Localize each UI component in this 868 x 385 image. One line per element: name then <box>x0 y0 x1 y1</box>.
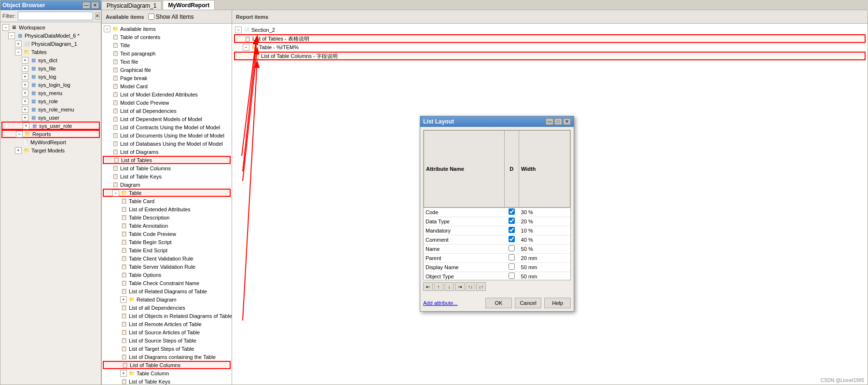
avail-table-check-constraint[interactable]: 📋 Table Check Constraint Name <box>103 279 231 287</box>
avail-table-begin-script[interactable]: 📋 Table Begin Script <box>103 238 231 246</box>
dialog-table-scroll[interactable]: Code 30 % Data Type 20 % Mandatory 10 % … <box>424 207 570 280</box>
rpt-table-expander[interactable]: − <box>243 44 249 51</box>
tree-mywordreport[interactable]: 📄 MyWordReport <box>1 138 100 146</box>
rpt-list-table-cols[interactable]: 📋 List of Table Columns - 字段说明 <box>234 52 866 60</box>
tree-physicaldatamodel[interactable]: − ▦ PhysicalDataModel_6 * <box>1 31 100 40</box>
tab-mywordreport[interactable]: MyWordReport <box>163 0 215 10</box>
dialog-close-btn[interactable]: ✕ <box>563 118 571 125</box>
dialog-maximize-btn[interactable]: □ <box>554 118 562 125</box>
rpt-section2[interactable]: − 📄 Section_2 <box>234 26 866 34</box>
table-row[interactable]: Mandatory 10 % <box>424 226 570 235</box>
rpt-list-tables[interactable]: 📋 List of Tables - 表格说明 <box>234 34 866 43</box>
avail-table-client-validation[interactable]: 📋 Table Client Validation Rule <box>103 254 231 262</box>
avail-model-code-preview[interactable]: 📋 Model Code Preview <box>103 98 231 107</box>
cancel-btn[interactable]: Cancel <box>515 298 541 308</box>
avail-table-code-preview[interactable]: 📋 Table Code Preview <box>103 230 231 238</box>
avail-list-related-diags[interactable]: 📋 List of Related Diagrams of Table <box>103 287 231 295</box>
sys-menu-expander[interactable]: + <box>22 90 28 96</box>
sys-dict-expander[interactable]: + <box>22 57 28 64</box>
avail-list-diagrams-containing[interactable]: 📋 List of Diagrams containing the Table <box>103 353 231 361</box>
avail-diagram[interactable]: 📋 Diagram <box>103 180 231 189</box>
tree-sys-role[interactable]: + ▦ sys_role <box>1 97 100 105</box>
avail-list-source-steps[interactable]: 📋 List of Source Steps of Table <box>103 336 231 344</box>
tree-sys-user[interactable]: + ▦ sys_user <box>1 113 100 122</box>
pd1-expander[interactable]: + <box>15 41 22 47</box>
avail-list-dependent[interactable]: 📋 List of Dependent Models of Model <box>103 115 231 123</box>
table-row[interactable]: Comment 40 % <box>424 235 570 245</box>
tree-target-models[interactable]: + 📁 Target Models <box>1 146 100 154</box>
row-checkbox-5[interactable] <box>509 254 515 261</box>
tables-expander[interactable]: − <box>15 49 22 55</box>
sys-login-log-expander[interactable]: + <box>22 82 28 88</box>
reports-expander[interactable]: − <box>16 131 23 138</box>
tree-sys-login-log[interactable]: + ▦ sys_login_log <box>1 81 100 89</box>
tab-physicaldiagram[interactable]: PhysicalDiagram_1 <box>101 1 162 10</box>
row-checkbox-4[interactable] <box>509 245 515 251</box>
sys-role-menu-expander[interactable]: + <box>22 106 28 113</box>
avail-list-all-deps[interactable]: 📋 List of all Dependencies <box>103 107 231 115</box>
avail-list-model-ext[interactable]: 📋 List of Model Extended Attributes <box>103 90 231 98</box>
avail-list-ext-attrs[interactable]: 📋 List of Extended Attributes <box>103 205 231 213</box>
tree-sys-log[interactable]: + ▦ sys_log <box>1 72 100 81</box>
avail-table-options[interactable]: 📋 Table Options <box>103 271 231 279</box>
rpt-table[interactable]: − 📁 Table - %ITEM% <box>234 43 866 52</box>
move-bottom-btn[interactable]: ⇥ <box>455 282 465 291</box>
avail-related-diagram[interactable]: + 📁 Related Diagram <box>103 295 231 303</box>
avail-table-server-validation[interactable]: 📋 Table Server Validation Rule <box>103 262 231 271</box>
avail-list-target-steps[interactable]: 📋 List of Target Steps of Table <box>103 344 231 353</box>
filter-clear-btn[interactable]: ✕ <box>95 12 100 20</box>
sys-user-expander[interactable]: + <box>22 114 28 121</box>
avail-table-expander[interactable]: − <box>112 190 119 196</box>
avail-table-column-expander[interactable]: + <box>120 370 127 377</box>
avail-list-table-cols2[interactable]: 📋 List of Table Columns <box>103 361 231 369</box>
dialog-minimize-btn[interactable]: — <box>546 118 553 125</box>
avail-list-table-keys[interactable]: 📋 List of Table Keys <box>103 172 231 180</box>
avail-text-file[interactable]: 📋 Text file <box>103 57 231 66</box>
avail-list-contracts[interactable]: 📋 List of Contracts Using the Model of M… <box>103 123 231 131</box>
workspace-expander[interactable]: − <box>2 24 9 31</box>
sys-log-expander[interactable]: + <box>22 73 28 80</box>
target-models-expander[interactable]: + <box>15 147 22 154</box>
avail-graphical-file[interactable]: 📋 Graphical file <box>103 66 231 74</box>
avail-table-contents[interactable]: 📋 Table of contents <box>103 33 231 41</box>
avail-root-expander[interactable]: − <box>104 26 110 32</box>
help-btn[interactable]: Help <box>544 298 571 308</box>
avail-title[interactable]: 📋 Title <box>103 41 231 49</box>
avail-list-documents[interactable]: 📋 List of Documents Using the Model of M… <box>103 131 231 139</box>
add-attribute-link[interactable]: Add attribute... <box>423 300 458 306</box>
avail-table-column[interactable]: + 📁 Table Column <box>103 369 231 377</box>
avail-list-source-articles[interactable]: 📋 List of Source Articles of Table <box>103 328 231 336</box>
sys-file-expander[interactable]: + <box>22 65 28 72</box>
row-checkbox-7[interactable] <box>509 273 515 279</box>
table-row[interactable]: Name 50 % <box>424 245 570 254</box>
show-all-items-checkbox[interactable] <box>148 14 154 20</box>
avail-related-diagram-expander[interactable]: + <box>120 296 127 303</box>
avail-list-all-deps2[interactable]: 📋 List of all Dependencies <box>103 303 231 312</box>
avail-text-paragraph[interactable]: 📋 Text paragraph <box>103 49 231 57</box>
avail-table-annotation[interactable]: 📋 Table Annotation <box>103 221 231 230</box>
avail-list-remote-articles[interactable]: 📋 List of Remote Articles of Table <box>103 320 231 328</box>
table-row[interactable]: Display Name 50 mm <box>424 263 570 272</box>
filter-input[interactable] <box>18 12 93 20</box>
avail-list-tables[interactable]: 📋 List of Tables <box>103 156 231 164</box>
table-row[interactable]: Data Type 20 % <box>424 217 570 226</box>
show-all-items-check[interactable]: Show All Items <box>148 14 194 20</box>
table-row[interactable]: Code 30 % <box>424 208 570 217</box>
avail-page-break[interactable]: 📋 Page break <box>103 74 231 82</box>
avail-list-table-keys2[interactable]: 📋 List of Table Keys <box>103 377 231 385</box>
tree-sys-menu[interactable]: + ▦ sys_menu <box>1 89 100 97</box>
avail-root[interactable]: − 📁 Available items <box>103 25 231 33</box>
tree-reports[interactable]: − 📁 Reports <box>1 130 100 138</box>
move-up-btn[interactable]: ↑ <box>434 282 443 291</box>
avail-list-objects-related[interactable]: 📋 List of Objects in Related Diagrams of… <box>103 312 231 320</box>
tree-sys-user-role[interactable]: + ▦ sys_user_role <box>1 122 100 130</box>
sort-desc-btn[interactable]: ↓↑ <box>476 282 486 291</box>
close-btn[interactable]: ✕ <box>91 2 99 9</box>
ok-btn[interactable]: OK <box>485 298 512 308</box>
move-down-btn[interactable]: ↓ <box>444 282 454 291</box>
move-top-btn[interactable]: ⇤ <box>423 282 433 291</box>
sort-asc-btn[interactable]: ↑↓ <box>466 282 475 291</box>
tree-physicaldiagram[interactable]: + ⬜ PhysicalDiagram_1 <box>1 40 100 48</box>
avail-table-card[interactable]: 📋 Table Card <box>103 197 231 205</box>
avail-model-card[interactable]: 📋 Model Card <box>103 82 231 90</box>
